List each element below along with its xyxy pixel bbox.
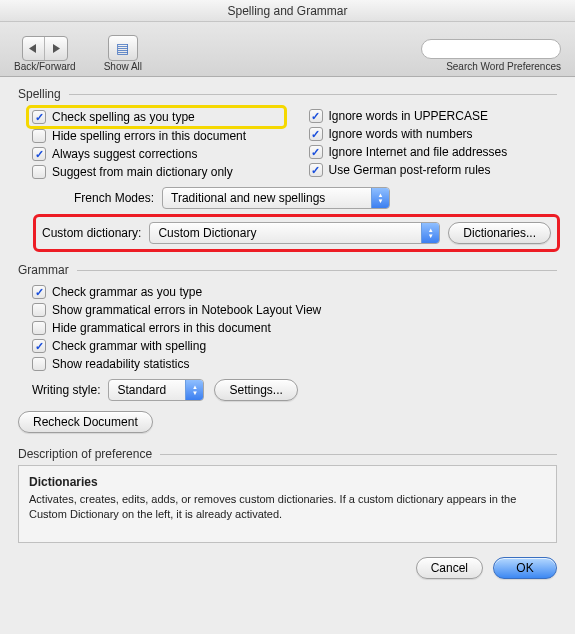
writing-style-value: Standard <box>117 383 177 397</box>
description-box: Dictionaries Activates, creates, edits, … <box>18 465 557 543</box>
back-forward-group: Back/Forward <box>14 36 76 72</box>
search-input[interactable] <box>421 39 561 59</box>
grid-icon: ▤ <box>116 40 129 56</box>
back-forward-label: Back/Forward <box>14 61 76 72</box>
ignore-uppercase-label: Ignore words in UPPERCASE <box>329 109 488 123</box>
hide-grammar-errors-checkbox[interactable] <box>32 321 46 335</box>
suggest-main-dict-only-row: Suggest from main dictionary only <box>32 163 281 181</box>
check-grammar-with-spelling-label: Check grammar with spelling <box>52 339 206 353</box>
description-section-label: Description of preference <box>18 447 152 461</box>
german-post-reform-label: Use German post-reform rules <box>329 163 491 177</box>
check-grammar-with-spelling-checkbox[interactable] <box>32 339 46 353</box>
search-label: Search Word Preferences <box>446 61 561 72</box>
forward-button[interactable] <box>45 37 67 60</box>
custom-dictionary-select[interactable]: Custom Dictionary ▲▼ <box>149 222 440 244</box>
back-button[interactable] <box>23 37 45 60</box>
description-section: Description of preference Dictionaries A… <box>18 447 557 543</box>
suggest-main-dict-only-checkbox[interactable] <box>32 165 46 179</box>
check-grammar-as-you-type-row: Check grammar as you type <box>32 283 557 301</box>
custom-dictionary-label: Custom dictionary: <box>42 226 141 240</box>
spelling-section-label: Spelling <box>18 87 61 101</box>
triangle-right-icon <box>52 44 60 53</box>
description-title: Dictionaries <box>29 474 546 490</box>
hide-spelling-errors-row: Hide spelling errors in this document <box>32 127 281 145</box>
divider <box>160 454 557 455</box>
ignore-internet-checkbox[interactable] <box>309 145 323 159</box>
description-body: Activates, creates, edits, adds, or remo… <box>29 492 546 522</box>
window-title: Spelling and Grammar <box>0 0 575 22</box>
hide-grammar-errors-label: Hide grammatical errors in this document <box>52 321 271 335</box>
triangle-left-icon <box>29 44 37 53</box>
back-forward-buttons[interactable] <box>22 36 68 61</box>
always-suggest-corrections-row: Always suggest corrections <box>32 145 281 163</box>
ignore-internet-row: Ignore Internet and file addresses <box>309 143 558 161</box>
writing-style-select[interactable]: Standard ▲▼ <box>108 379 204 401</box>
divider <box>69 94 557 95</box>
ignore-numbers-row: Ignore words with numbers <box>309 125 558 143</box>
show-errors-notebook-label: Show grammatical errors in Notebook Layo… <box>52 303 321 317</box>
divider <box>77 270 557 271</box>
custom-dictionary-row: Custom dictionary: Custom Dictionary ▲▼ … <box>36 217 557 249</box>
french-modes-select[interactable]: Traditional and new spellings ▲▼ <box>162 187 390 209</box>
french-modes-value: Traditional and new spellings <box>171 191 363 205</box>
chevron-updown-icon: ▲▼ <box>371 188 389 208</box>
hide-spelling-errors-checkbox[interactable] <box>32 129 46 143</box>
check-spelling-as-you-type-label: Check spelling as you type <box>52 110 195 124</box>
cancel-button[interactable]: Cancel <box>416 557 483 579</box>
toolbar: Back/Forward ▤ Show All Search Word Pref… <box>0 22 575 77</box>
show-readability-checkbox[interactable] <box>32 357 46 371</box>
ignore-uppercase-checkbox[interactable] <box>309 109 323 123</box>
hide-grammar-errors-row: Hide grammatical errors in this document <box>32 319 557 337</box>
suggest-main-dict-only-label: Suggest from main dictionary only <box>52 165 233 179</box>
show-readability-row: Show readability statistics <box>32 355 557 373</box>
ignore-numbers-label: Ignore words with numbers <box>329 127 473 141</box>
dictionaries-button[interactable]: Dictionaries... <box>448 222 551 244</box>
grammar-section-label: Grammar <box>18 263 69 277</box>
hide-spelling-errors-label: Hide spelling errors in this document <box>52 129 246 143</box>
check-grammar-with-spelling-row: Check grammar with spelling <box>32 337 557 355</box>
grammar-section: Grammar Check grammar as you typeShow gr… <box>18 263 557 433</box>
custom-dictionary-value: Custom Dictionary <box>158 226 413 240</box>
german-post-reform-checkbox[interactable] <box>309 163 323 177</box>
show-all-button[interactable]: ▤ <box>108 35 138 61</box>
chevron-updown-icon: ▲▼ <box>185 380 203 400</box>
check-spelling-as-you-type-checkbox[interactable] <box>32 110 46 124</box>
writing-style-label: Writing style: <box>32 383 100 397</box>
footer-buttons: Cancel OK <box>18 557 557 579</box>
always-suggest-corrections-checkbox[interactable] <box>32 147 46 161</box>
ignore-internet-label: Ignore Internet and file addresses <box>329 145 508 159</box>
ok-button[interactable]: OK <box>493 557 557 579</box>
show-errors-notebook-row: Show grammatical errors in Notebook Layo… <box>32 301 557 319</box>
show-errors-notebook-checkbox[interactable] <box>32 303 46 317</box>
spelling-section: Spelling Check spelling as you typeHide … <box>18 87 557 249</box>
settings-button[interactable]: Settings... <box>214 379 297 401</box>
check-grammar-as-you-type-checkbox[interactable] <box>32 285 46 299</box>
check-spelling-as-you-type-row: Check spelling as you type <box>29 108 284 126</box>
show-all-group: ▤ Show All <box>104 35 142 72</box>
chevron-updown-icon: ▲▼ <box>421 223 439 243</box>
always-suggest-corrections-label: Always suggest corrections <box>52 147 197 161</box>
ignore-uppercase-row: Ignore words in UPPERCASE <box>309 107 558 125</box>
show-all-label: Show All <box>104 61 142 72</box>
french-modes-label: French Modes: <box>74 191 154 205</box>
search-group: Search Word Preferences <box>421 39 561 72</box>
show-readability-label: Show readability statistics <box>52 357 189 371</box>
recheck-document-button[interactable]: Recheck Document <box>18 411 153 433</box>
german-post-reform-row: Use German post-reform rules <box>309 161 558 179</box>
ignore-numbers-checkbox[interactable] <box>309 127 323 141</box>
check-grammar-as-you-type-label: Check grammar as you type <box>52 285 202 299</box>
